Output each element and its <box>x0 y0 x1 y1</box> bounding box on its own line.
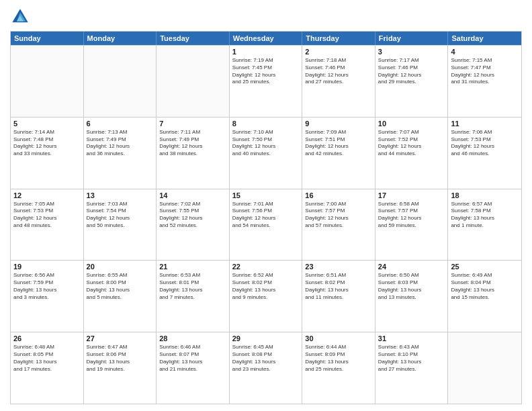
cell-info: Sunrise: 6:58 AM Sunset: 7:57 PM Dayligh… <box>378 201 445 230</box>
empty-cell <box>11 46 84 117</box>
day-cell-12: 12Sunrise: 7:05 AM Sunset: 7:53 PM Dayli… <box>11 189 84 261</box>
day-cell-6: 6Sunrise: 7:13 AM Sunset: 7:49 PM Daylig… <box>84 118 157 189</box>
day-number: 15 <box>232 191 300 199</box>
day-number: 28 <box>159 334 226 342</box>
day-cell-4: 4Sunrise: 7:15 AM Sunset: 7:47 PM Daylig… <box>448 46 521 117</box>
day-cell-1: 1Sunrise: 7:19 AM Sunset: 7:45 PM Daylig… <box>230 46 303 117</box>
calendar: SundayMondayTuesdayWednesdayThursdayFrid… <box>10 31 522 404</box>
day-number: 4 <box>451 48 519 56</box>
day-number: 19 <box>13 263 81 271</box>
day-number: 8 <box>232 120 300 128</box>
day-cell-3: 3Sunrise: 7:17 AM Sunset: 7:46 PM Daylig… <box>375 46 449 117</box>
cell-info: Sunrise: 6:50 AM Sunset: 8:03 PM Dayligh… <box>378 272 445 301</box>
weekday-header-saturday: Saturday <box>448 32 521 45</box>
day-cell-29: 29Sunrise: 6:45 AM Sunset: 8:08 PM Dayli… <box>230 332 303 404</box>
day-cell-23: 23Sunrise: 6:51 AM Sunset: 8:02 PM Dayli… <box>302 261 375 332</box>
cell-info: Sunrise: 7:09 AM Sunset: 7:51 PM Dayligh… <box>305 129 372 158</box>
week-row-5: 26Sunrise: 6:48 AM Sunset: 8:05 PM Dayli… <box>11 332 521 404</box>
weekday-header-wednesday: Wednesday <box>230 32 303 45</box>
cell-info: Sunrise: 7:06 AM Sunset: 7:53 PM Dayligh… <box>451 129 519 158</box>
day-number: 3 <box>378 48 445 56</box>
cell-info: Sunrise: 6:49 AM Sunset: 8:04 PM Dayligh… <box>451 272 519 301</box>
empty-cell <box>157 46 230 117</box>
day-cell-2: 2Sunrise: 7:18 AM Sunset: 7:46 PM Daylig… <box>302 46 375 117</box>
weekday-header-thursday: Thursday <box>302 32 375 45</box>
day-number: 20 <box>87 263 154 271</box>
day-number: 29 <box>232 334 300 342</box>
cell-info: Sunrise: 6:45 AM Sunset: 8:08 PM Dayligh… <box>232 344 300 373</box>
day-cell-24: 24Sunrise: 6:50 AM Sunset: 8:03 PM Dayli… <box>375 261 449 332</box>
day-cell-15: 15Sunrise: 7:01 AM Sunset: 7:56 PM Dayli… <box>230 189 303 261</box>
day-number: 11 <box>451 120 519 128</box>
day-cell-11: 11Sunrise: 7:06 AM Sunset: 7:53 PM Dayli… <box>448 118 521 189</box>
cell-info: Sunrise: 7:15 AM Sunset: 7:47 PM Dayligh… <box>451 57 519 86</box>
cell-info: Sunrise: 6:55 AM Sunset: 8:00 PM Dayligh… <box>87 272 154 301</box>
weekday-header-monday: Monday <box>84 32 157 45</box>
day-cell-28: 28Sunrise: 6:46 AM Sunset: 8:07 PM Dayli… <box>157 332 230 404</box>
day-number: 18 <box>451 191 519 199</box>
weekday-header-sunday: Sunday <box>11 32 84 45</box>
day-cell-18: 18Sunrise: 6:57 AM Sunset: 7:58 PM Dayli… <box>448 189 521 261</box>
empty-cell <box>448 332 521 404</box>
day-cell-22: 22Sunrise: 6:52 AM Sunset: 8:02 PM Dayli… <box>230 261 303 332</box>
day-cell-14: 14Sunrise: 7:02 AM Sunset: 7:55 PM Dayli… <box>157 189 230 261</box>
day-cell-8: 8Sunrise: 7:10 AM Sunset: 7:50 PM Daylig… <box>230 118 303 189</box>
cell-info: Sunrise: 7:00 AM Sunset: 7:57 PM Dayligh… <box>305 201 372 230</box>
day-number: 26 <box>13 334 81 342</box>
week-row-1: 1Sunrise: 7:19 AM Sunset: 7:45 PM Daylig… <box>11 45 521 117</box>
cell-info: Sunrise: 7:05 AM Sunset: 7:53 PM Dayligh… <box>13 201 81 230</box>
logo <box>10 7 33 27</box>
week-row-2: 5Sunrise: 7:14 AM Sunset: 7:48 PM Daylig… <box>11 117 521 189</box>
page: SundayMondayTuesdayWednesdayThursdayFrid… <box>0 0 532 411</box>
calendar-body: 1Sunrise: 7:19 AM Sunset: 7:45 PM Daylig… <box>11 45 521 404</box>
empty-cell <box>84 46 157 117</box>
day-cell-31: 31Sunrise: 6:43 AM Sunset: 8:10 PM Dayli… <box>375 332 449 404</box>
day-cell-9: 9Sunrise: 7:09 AM Sunset: 7:51 PM Daylig… <box>302 118 375 189</box>
cell-info: Sunrise: 6:46 AM Sunset: 8:07 PM Dayligh… <box>159 344 226 373</box>
day-number: 21 <box>159 263 226 271</box>
day-number: 9 <box>305 120 372 128</box>
day-number: 24 <box>378 263 445 271</box>
cell-info: Sunrise: 6:52 AM Sunset: 8:02 PM Dayligh… <box>232 272 300 301</box>
cell-info: Sunrise: 6:56 AM Sunset: 7:59 PM Dayligh… <box>13 272 81 301</box>
day-number: 31 <box>378 334 445 342</box>
cell-info: Sunrise: 6:57 AM Sunset: 7:58 PM Dayligh… <box>451 201 519 230</box>
day-number: 30 <box>305 334 372 342</box>
day-cell-20: 20Sunrise: 6:55 AM Sunset: 8:00 PM Dayli… <box>84 261 157 332</box>
cell-info: Sunrise: 7:13 AM Sunset: 7:49 PM Dayligh… <box>87 129 154 158</box>
day-cell-5: 5Sunrise: 7:14 AM Sunset: 7:48 PM Daylig… <box>11 118 84 189</box>
cell-info: Sunrise: 7:11 AM Sunset: 7:49 PM Dayligh… <box>159 129 226 158</box>
day-number: 27 <box>87 334 154 342</box>
day-number: 17 <box>378 191 445 199</box>
day-cell-13: 13Sunrise: 7:03 AM Sunset: 7:54 PM Dayli… <box>84 189 157 261</box>
calendar-header: SundayMondayTuesdayWednesdayThursdayFrid… <box>11 32 521 45</box>
day-number: 2 <box>305 48 372 56</box>
logo-icon <box>10 7 30 27</box>
day-number: 1 <box>232 48 300 56</box>
day-number: 14 <box>159 191 226 199</box>
cell-info: Sunrise: 7:10 AM Sunset: 7:50 PM Dayligh… <box>232 129 300 158</box>
day-number: 7 <box>159 120 226 128</box>
weekday-header-tuesday: Tuesday <box>157 32 230 45</box>
day-number: 13 <box>87 191 154 199</box>
cell-info: Sunrise: 7:18 AM Sunset: 7:46 PM Dayligh… <box>305 57 372 86</box>
day-number: 6 <box>87 120 154 128</box>
cell-info: Sunrise: 6:53 AM Sunset: 8:01 PM Dayligh… <box>159 272 226 301</box>
day-cell-17: 17Sunrise: 6:58 AM Sunset: 7:57 PM Dayli… <box>375 189 449 261</box>
day-cell-10: 10Sunrise: 7:07 AM Sunset: 7:52 PM Dayli… <box>375 118 449 189</box>
week-row-4: 19Sunrise: 6:56 AM Sunset: 7:59 PM Dayli… <box>11 260 521 332</box>
day-cell-7: 7Sunrise: 7:11 AM Sunset: 7:49 PM Daylig… <box>157 118 230 189</box>
cell-info: Sunrise: 6:48 AM Sunset: 8:05 PM Dayligh… <box>13 344 81 373</box>
day-cell-27: 27Sunrise: 6:47 AM Sunset: 8:06 PM Dayli… <box>84 332 157 404</box>
day-number: 22 <box>232 263 300 271</box>
day-cell-21: 21Sunrise: 6:53 AM Sunset: 8:01 PM Dayli… <box>157 261 230 332</box>
day-cell-30: 30Sunrise: 6:44 AM Sunset: 8:09 PM Dayli… <box>302 332 375 404</box>
cell-info: Sunrise: 7:07 AM Sunset: 7:52 PM Dayligh… <box>378 129 445 158</box>
day-cell-16: 16Sunrise: 7:00 AM Sunset: 7:57 PM Dayli… <box>302 189 375 261</box>
cell-info: Sunrise: 6:47 AM Sunset: 8:06 PM Dayligh… <box>87 344 154 373</box>
cell-info: Sunrise: 6:51 AM Sunset: 8:02 PM Dayligh… <box>305 272 372 301</box>
day-cell-25: 25Sunrise: 6:49 AM Sunset: 8:04 PM Dayli… <box>448 261 521 332</box>
cell-info: Sunrise: 7:01 AM Sunset: 7:56 PM Dayligh… <box>232 201 300 230</box>
cell-info: Sunrise: 7:03 AM Sunset: 7:54 PM Dayligh… <box>87 201 154 230</box>
day-number: 10 <box>378 120 445 128</box>
